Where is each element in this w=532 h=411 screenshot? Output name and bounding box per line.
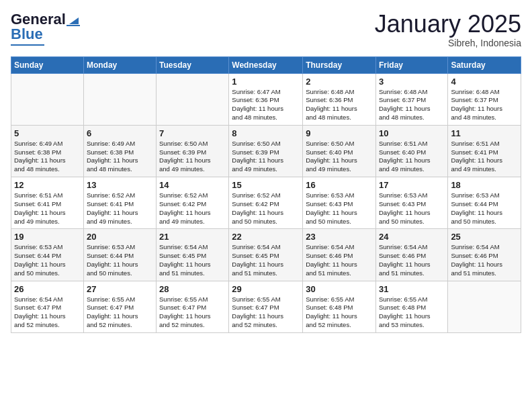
day-cell: 19Sunrise: 6:53 AMSunset: 6:44 PMDayligh… bbox=[11, 229, 84, 281]
day-number: 9 bbox=[306, 128, 373, 138]
day-number: 11 bbox=[451, 128, 518, 138]
day-info-text: and 50 minutes. bbox=[306, 218, 373, 226]
day-number: 27 bbox=[87, 284, 153, 294]
day-info-text: and 52 minutes. bbox=[159, 321, 226, 330]
day-info-text: Sunset: 6:46 PM bbox=[451, 252, 518, 261]
logo-blue: Blue bbox=[11, 26, 43, 43]
day-cell: 26Sunrise: 6:54 AMSunset: 6:47 PMDayligh… bbox=[11, 281, 84, 332]
day-number: 12 bbox=[14, 180, 81, 190]
day-info-text: Daylight: 11 hours bbox=[379, 312, 445, 321]
day-number: 3 bbox=[379, 77, 445, 87]
day-info-text: Sunset: 6:48 PM bbox=[306, 304, 373, 312]
day-cell: 3Sunrise: 6:48 AMSunset: 6:37 PMDaylight… bbox=[375, 73, 447, 125]
day-cell: 1Sunrise: 6:47 AMSunset: 6:36 PMDaylight… bbox=[229, 73, 303, 125]
day-info-text: and 50 minutes. bbox=[232, 218, 300, 226]
day-cell: 20Sunrise: 6:53 AMSunset: 6:44 PMDayligh… bbox=[83, 229, 156, 281]
day-info-text: Sunset: 6:42 PM bbox=[159, 200, 226, 209]
month-title: January 2025 bbox=[375, 11, 521, 38]
header-row: SundayMondayTuesdayWednesdayThursdayFrid… bbox=[11, 56, 521, 73]
day-info-text: Sunrise: 6:54 AM bbox=[306, 243, 373, 252]
day-info-text: and 50 minutes. bbox=[87, 269, 153, 278]
header-day-friday: Friday bbox=[375, 56, 447, 73]
day-number: 19 bbox=[14, 232, 81, 242]
day-info-text: and 49 minutes. bbox=[87, 218, 153, 226]
day-number: 25 bbox=[451, 232, 518, 242]
day-info-text: Daylight: 11 hours bbox=[159, 312, 226, 321]
day-info-text: Daylight: 11 hours bbox=[451, 105, 518, 113]
day-number: 17 bbox=[379, 180, 445, 190]
day-info-text: Daylight: 11 hours bbox=[159, 261, 226, 269]
day-info-text: Sunrise: 6:54 AM bbox=[232, 243, 300, 252]
day-info-text: Sunset: 6:39 PM bbox=[159, 148, 226, 157]
day-cell: 10Sunrise: 6:51 AMSunset: 6:40 PMDayligh… bbox=[375, 125, 447, 177]
day-number: 20 bbox=[87, 232, 153, 242]
day-info-text: Daylight: 11 hours bbox=[379, 156, 445, 165]
day-info-text: Sunset: 6:46 PM bbox=[379, 252, 445, 261]
day-info-text: and 52 minutes. bbox=[87, 321, 153, 330]
day-info-text: Sunset: 6:41 PM bbox=[451, 148, 518, 157]
day-info-text: and 49 minutes. bbox=[232, 165, 300, 174]
day-info-text: Sunrise: 6:54 AM bbox=[14, 295, 81, 304]
day-info-text: and 49 minutes. bbox=[379, 165, 445, 174]
day-number: 31 bbox=[379, 284, 445, 294]
day-number: 15 bbox=[232, 180, 300, 190]
day-info-text: Sunrise: 6:50 AM bbox=[232, 140, 300, 148]
day-info-text: Sunrise: 6:47 AM bbox=[232, 88, 300, 97]
day-number: 30 bbox=[306, 284, 373, 294]
day-info-text: Sunrise: 6:53 AM bbox=[87, 243, 153, 252]
day-info-text: Sunrise: 6:55 AM bbox=[159, 295, 226, 304]
day-number: 21 bbox=[159, 232, 226, 242]
day-cell: 2Sunrise: 6:48 AMSunset: 6:36 PMDaylight… bbox=[303, 73, 376, 125]
day-info-text: and 49 minutes. bbox=[451, 165, 518, 174]
header-day-wednesday: Wednesday bbox=[229, 56, 303, 73]
svg-marker-0 bbox=[69, 17, 79, 24]
day-cell: 13Sunrise: 6:52 AMSunset: 6:41 PMDayligh… bbox=[83, 177, 156, 229]
day-number: 1 bbox=[232, 77, 300, 87]
day-info-text: Daylight: 11 hours bbox=[14, 209, 81, 218]
day-info-text: and 52 minutes. bbox=[232, 321, 300, 330]
day-cell: 22Sunrise: 6:54 AMSunset: 6:45 PMDayligh… bbox=[229, 229, 303, 281]
day-info-text: Sunset: 6:45 PM bbox=[159, 252, 226, 261]
day-info-text: Sunrise: 6:49 AM bbox=[87, 140, 153, 148]
day-info-text: Sunrise: 6:49 AM bbox=[14, 140, 81, 148]
day-info-text: and 51 minutes. bbox=[159, 269, 226, 278]
day-info-text: Sunrise: 6:52 AM bbox=[87, 191, 153, 200]
day-info-text: Sunset: 6:44 PM bbox=[14, 252, 81, 261]
header-day-sunday: Sunday bbox=[11, 56, 84, 73]
week-row-5: 26Sunrise: 6:54 AMSunset: 6:47 PMDayligh… bbox=[11, 281, 521, 332]
day-info-text: Daylight: 11 hours bbox=[159, 156, 226, 165]
day-number: 22 bbox=[232, 232, 300, 242]
day-cell: 30Sunrise: 6:55 AMSunset: 6:48 PMDayligh… bbox=[303, 281, 376, 332]
day-number: 23 bbox=[306, 232, 373, 242]
day-info-text: Daylight: 11 hours bbox=[306, 156, 373, 165]
day-info-text: and 48 minutes. bbox=[306, 113, 373, 122]
header-day-saturday: Saturday bbox=[448, 56, 521, 73]
day-cell: 25Sunrise: 6:54 AMSunset: 6:46 PMDayligh… bbox=[448, 229, 521, 281]
day-number: 16 bbox=[306, 180, 373, 190]
day-number: 14 bbox=[159, 180, 226, 190]
title-block: January 2025 Sibreh, Indonesia bbox=[375, 11, 521, 48]
day-info-text: and 50 minutes. bbox=[451, 218, 518, 226]
day-info-text: and 50 minutes. bbox=[379, 218, 445, 226]
day-number: 13 bbox=[87, 180, 153, 190]
day-number: 6 bbox=[87, 128, 153, 138]
week-row-2: 5Sunrise: 6:49 AMSunset: 6:38 PMDaylight… bbox=[11, 125, 521, 177]
day-cell: 28Sunrise: 6:55 AMSunset: 6:47 PMDayligh… bbox=[157, 281, 229, 332]
day-info-text: Sunrise: 6:53 AM bbox=[306, 191, 373, 200]
day-info-text: Sunset: 6:37 PM bbox=[451, 96, 518, 105]
day-info-text: Sunset: 6:41 PM bbox=[14, 200, 81, 209]
day-info-text: and 50 minutes. bbox=[14, 269, 81, 278]
day-info-text: Daylight: 11 hours bbox=[451, 156, 518, 165]
day-info-text: Sunset: 6:47 PM bbox=[232, 304, 300, 312]
day-info-text: Sunrise: 6:54 AM bbox=[159, 243, 226, 252]
day-info-text: Daylight: 11 hours bbox=[159, 209, 226, 218]
day-info-text: and 48 minutes. bbox=[14, 165, 81, 174]
day-info-text: Sunset: 6:40 PM bbox=[379, 148, 445, 157]
day-info-text: Sunrise: 6:55 AM bbox=[87, 295, 153, 304]
day-info-text: Daylight: 11 hours bbox=[232, 209, 300, 218]
day-info-text: and 48 minutes. bbox=[232, 113, 300, 122]
day-cell: 17Sunrise: 6:53 AMSunset: 6:43 PMDayligh… bbox=[375, 177, 447, 229]
day-info-text: Daylight: 11 hours bbox=[379, 105, 445, 113]
day-cell: 11Sunrise: 6:51 AMSunset: 6:41 PMDayligh… bbox=[448, 125, 521, 177]
week-row-1: 1Sunrise: 6:47 AMSunset: 6:36 PMDaylight… bbox=[11, 73, 521, 125]
